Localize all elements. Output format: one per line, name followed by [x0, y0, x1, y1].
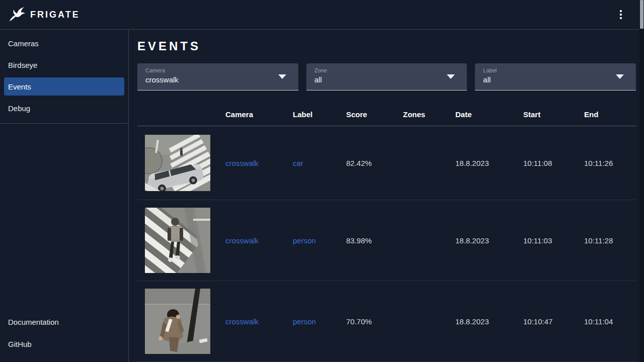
col-header-label: Label: [293, 110, 346, 119]
filter-bar: Camera crosswalk Zone all Label all: [137, 63, 636, 90]
sidebar-nav: Cameras Birdseye Events Debug: [0, 30, 128, 124]
sidebar-item-documentation[interactable]: Documentation: [4, 313, 124, 331]
sidebar-item-debug[interactable]: Debug: [4, 99, 124, 117]
end-cell: 10:11:28: [584, 236, 636, 245]
camera-link[interactable]: crosswalk: [225, 159, 293, 167]
score-cell: 70.70%: [346, 317, 403, 326]
zone-filter-select[interactable]: Zone all: [306, 63, 467, 90]
table-row: crosswalk car 82.42% 18.8.2023 10:11:08 …: [137, 126, 636, 200]
sidebar-item-cameras[interactable]: Cameras: [4, 34, 124, 52]
date-cell: 18.8.2023: [455, 317, 523, 326]
score-cell: 83.98%: [346, 236, 403, 245]
col-header-camera: Camera: [225, 110, 293, 119]
start-cell: 10:11:03: [523, 236, 584, 245]
chevron-down-icon: [616, 74, 624, 79]
events-table: Camera Label Score Zones Date Start End: [137, 103, 636, 362]
event-thumbnail[interactable]: [145, 208, 225, 273]
events-page: EVENTS Camera crosswalk Zone all Label a…: [129, 30, 644, 362]
page-title: EVENTS: [137, 39, 636, 53]
app-title: FRIGATE: [30, 10, 80, 20]
thumbnail-image: [145, 289, 210, 354]
scrollbar-track[interactable]: [639, 0, 644, 362]
start-cell: 10:10:47: [523, 317, 584, 326]
col-header-date: Date: [455, 110, 523, 119]
thumbnail-image: [145, 208, 210, 273]
end-cell: 10:11:04: [584, 317, 636, 326]
camera-filter-select[interactable]: Camera crosswalk: [137, 63, 298, 90]
overflow-menu-icon[interactable]: [613, 7, 629, 23]
col-header-start: Start: [523, 110, 584, 119]
event-thumbnail[interactable]: [145, 135, 225, 191]
table-header-row: Camera Label Score Zones Date Start End: [137, 103, 636, 126]
select-label: Camera: [145, 67, 290, 73]
table-row: crosswalk person 83.98% 18.8.2023 10:11:…: [137, 200, 636, 281]
sidebar-item-label: Events: [8, 82, 31, 91]
event-thumbnail[interactable]: [145, 289, 225, 354]
camera-link[interactable]: crosswalk: [225, 317, 293, 326]
sidebar-item-birdseye[interactable]: Birdseye: [4, 56, 124, 74]
sidebar-item-label: Documentation: [8, 318, 59, 326]
sidebar-item-github[interactable]: GitHub: [4, 335, 124, 353]
sidebar-item-label: Birdseye: [8, 61, 37, 69]
camera-link[interactable]: crosswalk: [225, 236, 293, 245]
sidebar-item-label: Debug: [8, 104, 30, 113]
sidebar-item-label: Cameras: [8, 39, 39, 48]
col-header-end: End: [584, 110, 636, 119]
sidebar: Cameras Birdseye Events Debug Documentat…: [0, 30, 129, 362]
start-cell: 10:11:08: [523, 159, 584, 167]
chevron-down-icon: [278, 74, 286, 79]
select-label: Label: [483, 67, 628, 73]
label-link[interactable]: person: [293, 317, 346, 326]
select-value: crosswalk: [145, 75, 290, 84]
label-filter-select[interactable]: Label all: [475, 63, 636, 90]
label-link[interactable]: car: [293, 159, 346, 167]
sidebar-item-events[interactable]: Events: [4, 77, 124, 96]
sidebar-item-label: GitHub: [8, 340, 32, 348]
app-logo: FRIGATE: [8, 6, 80, 24]
thumbnail-image: [145, 135, 210, 191]
select-value: all: [314, 75, 459, 84]
sidebar-footer: Documentation GitHub: [0, 309, 128, 362]
scrollbar-thumb[interactable]: [640, 0, 643, 29]
col-header-score: Score: [346, 110, 403, 119]
table-row: crosswalk person 70.70% 18.8.2023 10:10:…: [137, 281, 636, 362]
date-cell: 18.8.2023: [455, 236, 523, 245]
topbar: FRIGATE: [0, 0, 644, 30]
date-cell: 18.8.2023: [455, 159, 523, 167]
end-cell: 10:11:26: [584, 159, 636, 167]
frigate-bird-icon: [8, 6, 26, 24]
chevron-down-icon: [447, 74, 455, 79]
select-label: Zone: [314, 67, 459, 73]
col-header-zones: Zones: [403, 110, 455, 119]
score-cell: 82.42%: [346, 159, 403, 167]
label-link[interactable]: person: [293, 236, 346, 245]
select-value: all: [483, 75, 628, 84]
